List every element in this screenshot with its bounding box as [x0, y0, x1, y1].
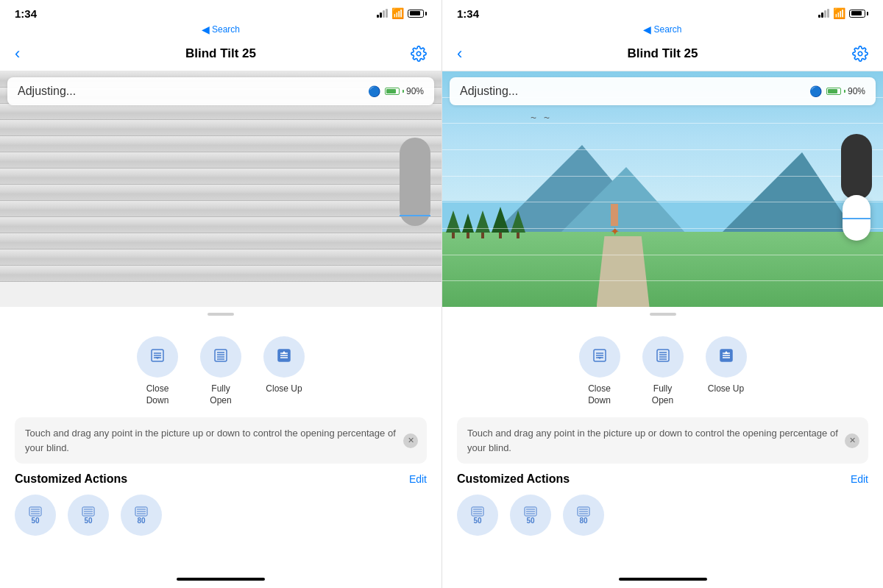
fully-open-btn-right[interactable]: Fully Open — [642, 336, 684, 406]
battery-pct-text-left: 90% — [406, 86, 424, 96]
slider-right[interactable] — [841, 105, 872, 303]
tooltip-text-left: Touch and drag any point in the picture … — [25, 426, 397, 455]
nav-bar-left: ‹ Blind Tilt 25 — [0, 38, 442, 71]
close-up-circle-right[interactable] — [706, 336, 747, 378]
custom-action-btn-80-left[interactable]: 80 — [121, 495, 162, 536]
bluetooth-icon-right: 🔵 — [809, 85, 822, 97]
search-bar-left[interactable]: ◀ Search — [0, 24, 442, 38]
close-down-icon-left — [149, 347, 166, 368]
custom-actions-header-right: Customized Actions Edit — [457, 472, 868, 486]
mountain-front — [714, 152, 861, 241]
custom-actions-edit-left[interactable]: Edit — [409, 473, 427, 485]
nav-bar-right: ‹ Blind Tilt 25 — [442, 38, 883, 71]
status-time-right: 1:34 — [457, 7, 479, 20]
close-down-circle-left[interactable] — [137, 336, 178, 378]
adjusting-text-left: Adjusting... — [18, 85, 76, 98]
nav-back-left[interactable]: ‹ — [15, 44, 37, 63]
battery-pct-left: 90% — [385, 86, 424, 96]
back-arrow-search-left: ◀ — [202, 24, 210, 35]
controls-right: Close Down — [442, 322, 883, 573]
tooltip-close-right[interactable]: ✕ — [845, 433, 859, 448]
custom-action-num-80-right: 80 — [579, 517, 587, 525]
signal-icon-right — [818, 9, 829, 18]
fully-open-icon-left — [212, 347, 230, 368]
adjusting-right-right: 🔵 90% — [809, 85, 865, 97]
search-label-right[interactable]: Search — [653, 24, 681, 35]
search-bar-right[interactable]: ◀ Search — [442, 24, 883, 38]
blind-preview-right[interactable]: ✦ 〜 〜 Adjusting... 🔵 — [442, 71, 883, 307]
search-label-left[interactable]: Search — [212, 24, 240, 35]
svg-point-28 — [858, 52, 862, 56]
bluetooth-icon-left: 🔵 — [368, 85, 380, 97]
fully-open-label-right: Fully Open — [652, 383, 673, 406]
drag-bar-right — [650, 313, 676, 316]
wifi-icon-left: 📶 — [391, 7, 404, 19]
action-buttons-left: Close Down — [15, 329, 427, 417]
wifi-icon-right: 📶 — [833, 7, 845, 19]
signal-icon-left — [377, 9, 388, 18]
left-panel: 1:34 📶 ◀ Search ‹ Blind Tilt 25 — [0, 0, 442, 588]
blind-scene-right: ✦ 〜 〜 — [442, 71, 883, 307]
home-bar-right — [442, 573, 883, 588]
close-down-btn-right[interactable]: Close Down — [579, 336, 620, 406]
custom-action-btn-50b-right[interactable]: 50 — [510, 495, 551, 536]
status-icons-right: 📶 — [818, 7, 868, 19]
close-up-label-left: Close Up — [266, 383, 302, 395]
blind-slats-left — [0, 71, 442, 307]
slider-thumb-dark-right[interactable] — [841, 134, 872, 200]
scene-trees — [446, 207, 525, 238]
custom-action-btn-80-right[interactable]: 80 — [563, 495, 604, 536]
tooltip-left: Touch and drag any point in the picture … — [15, 417, 427, 464]
tooltip-text-right: Touch and drag any point in the picture … — [467, 426, 839, 455]
home-bar-left — [0, 573, 442, 588]
fully-open-btn-left[interactable]: Fully Open — [200, 336, 241, 406]
custom-action-num-50a-right: 50 — [473, 517, 481, 525]
close-up-circle-left[interactable] — [263, 336, 305, 378]
custom-actions-edit-right[interactable]: Edit — [851, 473, 868, 485]
blind-preview-left[interactable]: Adjusting... 🔵 90% — [0, 71, 442, 307]
custom-actions-header-left: Customized Actions Edit — [15, 472, 427, 486]
mountain-mid — [553, 167, 692, 241]
custom-action-num-80-left: 80 — [137, 517, 145, 525]
close-down-circle-right[interactable] — [579, 336, 620, 378]
battery-icon-right — [849, 10, 868, 18]
custom-action-btn-50a-right[interactable]: 50 — [457, 495, 498, 536]
drag-indicator-right — [442, 307, 883, 322]
scene-road — [597, 236, 650, 307]
slider-left[interactable] — [400, 105, 430, 296]
drag-indicator-left — [0, 307, 442, 322]
fully-open-circle-right[interactable] — [642, 336, 684, 378]
custom-actions-title-right: Customized Actions — [457, 472, 570, 486]
custom-action-btn-50a-left[interactable]: 50 — [15, 495, 56, 536]
fully-open-circle-left[interactable] — [200, 336, 241, 378]
custom-actions-title-left: Customized Actions — [15, 472, 127, 486]
close-up-btn-right[interactable]: Close Up — [706, 336, 747, 406]
custom-action-btns-right: 50 50 80 — [457, 495, 868, 536]
scene-ground — [442, 232, 883, 307]
custom-action-btn-50b-left[interactable]: 50 — [68, 495, 109, 536]
close-down-label-right: Close Down — [588, 383, 611, 406]
fully-open-icon-right — [654, 347, 672, 368]
close-up-label-right: Close Up — [708, 383, 744, 395]
status-bar-right: 1:34 📶 — [442, 0, 883, 24]
battery-pct-text-right: 90% — [848, 86, 865, 96]
close-up-btn-left[interactable]: Close Up — [263, 336, 305, 406]
slider-thumb-white-right[interactable] — [843, 195, 870, 241]
settings-button-right[interactable] — [846, 46, 868, 62]
nav-title-right: Blind Tilt 25 — [627, 46, 698, 61]
custom-action-num-50a-left: 50 — [31, 517, 39, 525]
status-icons-left: 📶 — [377, 7, 427, 19]
home-bar-line-left — [177, 578, 265, 581]
nav-back-right[interactable]: ‹ — [457, 44, 479, 63]
adjusting-right-left: 🔵 90% — [368, 85, 424, 97]
tooltip-right: Touch and drag any point in the picture … — [457, 417, 868, 464]
close-down-btn-left[interactable]: Close Down — [137, 336, 178, 406]
slider-thumb-left[interactable] — [400, 138, 430, 226]
settings-button-left[interactable] — [405, 46, 427, 62]
adjusting-text-right: Adjusting... — [460, 85, 518, 98]
close-down-label-left: Close Down — [146, 383, 169, 406]
slider-line-left — [400, 215, 430, 216]
close-up-icon-left — [275, 347, 293, 368]
tooltip-close-left[interactable]: ✕ — [403, 433, 418, 448]
custom-action-num-50b-left: 50 — [84, 517, 92, 525]
